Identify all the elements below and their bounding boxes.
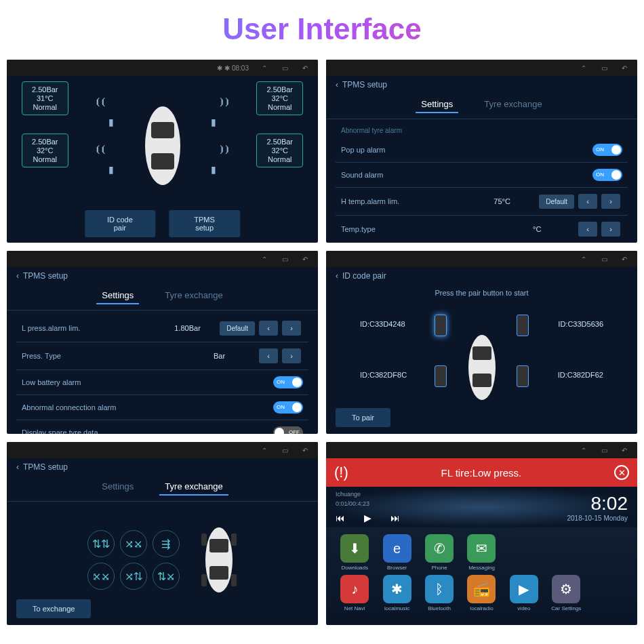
tire-rl-icon[interactable] [435,365,447,387]
signal-icon: ⦗⦗ [95,96,106,107]
next-button[interactable]: › [601,194,620,209]
svg-rect-8 [209,566,228,580]
to-pair-button[interactable]: To pair [336,408,390,427]
prev-button[interactable]: ‹ [259,321,278,336]
back-arrow[interactable]: ‹ [16,271,19,281]
recents-icon[interactable]: ▭ [280,445,289,455]
collapse-icon[interactable]: ⌃ [579,63,588,73]
next-track-icon[interactable]: ⏭ [390,512,400,523]
car-icon [463,330,501,405]
tpms-setup-button[interactable]: TPMS setup [169,210,240,237]
back-icon[interactable]: ↶ [300,254,310,264]
page-title: User Interface [7,12,637,46]
next-button[interactable]: › [282,348,301,363]
id-code-pair-button[interactable]: ID code pair [85,210,155,237]
app-navi[interactable]: ♪Net Navi [336,575,374,611]
back-icon[interactable]: ↶ [300,445,310,455]
recents-icon[interactable]: ▭ [599,254,609,264]
app-video[interactable]: ▶video [505,575,543,611]
next-button[interactable]: › [601,222,620,237]
toggle-sound-alarm[interactable]: ON [592,169,622,181]
svg-point-3 [468,335,496,400]
prev-button[interactable]: ‹ [578,222,597,237]
back-arrow[interactable]: ‹ [336,80,338,89]
prev-button[interactable]: ‹ [578,194,597,209]
media-widget: Ichuange 0:01/00:4:23 ⏮ ▶ ⏭ [336,491,553,523]
toggle-low-battery[interactable]: ON [273,376,303,388]
svg-rect-7 [209,539,228,552]
exchange-pattern-2[interactable]: ⤨⤩ [120,530,147,557]
collapse-icon[interactable]: ⌃ [260,63,269,73]
back-icon[interactable]: ↶ [620,63,629,73]
tab-tyre-exchange[interactable]: Tyre exchange [479,96,547,113]
tire-rr-icon[interactable] [517,365,529,387]
recents-icon[interactable]: ▭ [599,63,609,73]
collapse-icon[interactable]: ⌃ [579,445,588,455]
app-bluetooth[interactable]: ᛒBluetooth [420,575,458,611]
tire-fl-icon[interactable] [435,315,447,336]
back-arrow[interactable]: ‹ [16,462,19,472]
app-browser[interactable]: eBrowser [378,534,416,571]
tire-front-left: 2.50Bar31°CNormal [22,81,68,115]
status-bar: ⌃ ▭ ↶ [326,442,637,458]
toggle-spare-tyre[interactable]: OFF [273,426,303,434]
clock-date: 2018-10-15 Monday [567,515,628,522]
tab-tyre-exchange[interactable]: Tyre exchange [159,287,228,304]
prev-track-icon[interactable]: ⏮ [336,512,345,523]
exchange-pattern-1[interactable]: ⇅⇅ [87,530,115,557]
collapse-icon[interactable]: ⌃ [260,445,269,455]
car-icon [200,523,238,597]
play-icon[interactable]: ▶ [364,512,371,523]
toggle-abn-conn[interactable]: ON [273,401,303,414]
battery-icon: ▮ [211,117,216,127]
svg-rect-9 [201,534,207,546]
to-exchange-button[interactable]: To exchange [16,599,91,618]
collapse-icon[interactable]: ⌃ [260,254,269,264]
app-phone[interactable]: ✆Phone [420,534,458,571]
setting-abn-conn: Abnormal connecction alarm ON [16,395,308,420]
exchange-pattern-4[interactable]: ⤪⤩ [87,563,115,590]
recents-icon[interactable]: ▭ [599,445,609,455]
id-code-pair-screen: ⌃ ▭ ↶ ‹ID code pair Press the pair butto… [326,251,637,434]
recents-icon[interactable]: ▭ [280,254,289,264]
clock-widget: 8:02 2018-10-15 Monday [567,493,628,522]
close-alert-button[interactable]: ✕ [614,465,629,480]
prev-button[interactable]: ‹ [259,348,278,363]
battery-icon: ▮ [211,164,216,175]
setting-h-temp: H temp.alarm lim. 75°C Default ‹ › [336,188,628,216]
tpms-main-screen: ✱ ✱ 08:03 ⌃ ▭ ↶ 2.50Bar31°CNormal 2.50Ba… [7,60,318,243]
pair-instruction: Press the pair button to start [326,285,637,301]
back-icon[interactable]: ↶ [620,254,629,264]
app-localmusic[interactable]: ✱localmusic [378,575,416,611]
back-icon[interactable]: ↶ [300,63,310,73]
section-abnormal-alarm: Abnormal tyre alarm [336,123,628,138]
app-messaging[interactable]: ✉Messaging [462,534,500,571]
status-bar: ⌃ ▭ ↶ [326,60,637,76]
svg-point-0 [145,106,180,185]
back-icon[interactable]: ↶ [620,445,629,455]
svg-rect-12 [231,574,237,586]
status-time: ✱ ✱ 08:03 [217,64,249,72]
recents-icon[interactable]: ▭ [280,63,289,73]
app-localradio[interactable]: 📻localradio [462,575,500,611]
exchange-pattern-6[interactable]: ⇅⤩ [153,563,180,590]
default-button[interactable]: Default [539,195,574,209]
toggle-popup-alarm[interactable]: ON [592,144,622,156]
app-downloads[interactable]: ⬇Downloads [336,534,374,571]
svg-rect-11 [201,574,207,586]
app-car-settings[interactable]: ⚙Car Settings [547,575,585,611]
setting-low-battery: Low battery alarm ON [16,370,308,395]
tab-tyre-exchange[interactable]: Tyre exchange [159,479,228,496]
status-bar: ⌃ ▭ ↶ [7,442,318,458]
tab-settings[interactable]: Settings [96,287,139,304]
next-button[interactable]: › [282,321,301,336]
collapse-icon[interactable]: ⌃ [579,254,588,264]
default-button[interactable]: Default [220,321,255,336]
exchange-pattern-5[interactable]: ⤨⇅ [120,563,147,590]
tab-settings[interactable]: Settings [96,479,139,496]
back-arrow[interactable]: ‹ [336,271,338,281]
exchange-pattern-3[interactable]: ⇶ [153,530,180,557]
id-fl: ID:C33D4248 [360,320,405,328]
tire-fr-icon[interactable] [517,315,529,336]
tab-settings[interactable]: Settings [416,96,458,113]
